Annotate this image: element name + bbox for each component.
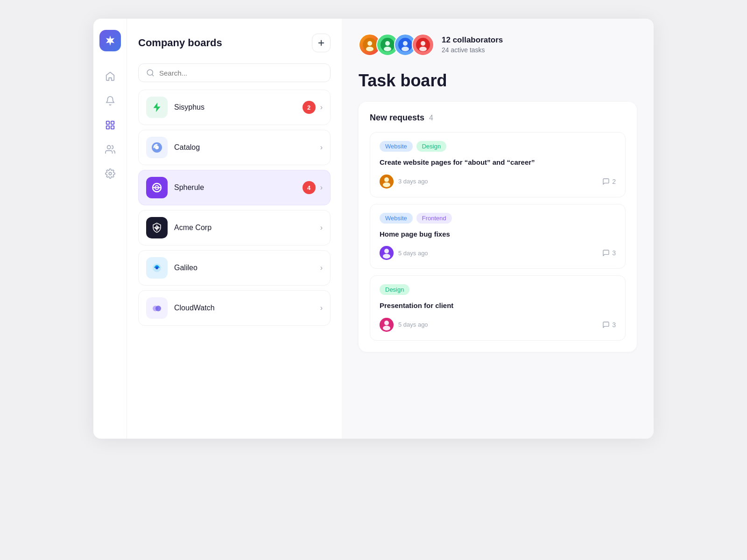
board-item-galileo[interactable]: Galileo › (138, 250, 331, 286)
app-container: Company boards (93, 19, 654, 439)
tag-website-0: Website (380, 141, 413, 152)
search-box[interactable] (138, 63, 331, 82)
svg-point-26 (384, 47, 391, 51)
collaborators-count: 12 collaborators (442, 35, 503, 46)
task-time-0: 3 days ago (398, 178, 428, 185)
board-logo-galileo (146, 257, 168, 279)
task-tags-1: Website Frontend (380, 213, 616, 224)
task-title-2: Presentation for client (380, 301, 616, 311)
active-tasks: 24 active tasks (442, 46, 503, 55)
comment-count-1: 3 (612, 249, 616, 257)
svg-point-11 (155, 146, 159, 149)
task-section-header: New requests 4 (370, 113, 626, 123)
task-time-1: 5 days ago (398, 250, 428, 257)
svg-line-9 (152, 74, 153, 76)
boards-panel: Company boards (127, 19, 342, 439)
task-comments-2: 3 (602, 321, 616, 329)
tag-design-2: Design (380, 284, 409, 295)
comment-count-2: 3 (612, 321, 616, 329)
board-logo-spherule (146, 177, 168, 198)
board-name-acme: Acme Corp (174, 224, 320, 232)
svg-rect-0 (106, 121, 109, 124)
task-footer-0: 3 days ago 2 (380, 175, 616, 189)
svg-point-38 (383, 254, 390, 259)
board-item-sisyphus[interactable]: Sisyphus 2 › (138, 90, 331, 125)
boards-title: Company boards (138, 37, 222, 49)
task-board-title: Task board (359, 71, 637, 91)
board-name-sisyphus: Sisyphus (174, 103, 303, 112)
sidebar-item-notifications[interactable] (100, 91, 120, 111)
board-list: Sisyphus 2 › Catalog › (138, 90, 331, 326)
svg-point-41 (383, 326, 390, 330)
board-name-spherule: Spherule (174, 183, 303, 192)
svg-point-31 (421, 41, 425, 46)
task-avatar-0 (380, 175, 394, 189)
svg-point-25 (385, 41, 390, 46)
board-item-catalog[interactable]: Catalog › (138, 130, 331, 165)
svg-point-37 (384, 249, 389, 253)
board-item-spherule[interactable]: Spherule 4 › (138, 170, 331, 205)
task-meta-2: 5 days ago (380, 318, 428, 332)
task-meta-1: 5 days ago (380, 246, 428, 260)
board-name-galileo: Galileo (174, 264, 320, 272)
add-board-button[interactable] (312, 34, 331, 52)
svg-point-23 (366, 47, 374, 51)
collaborators-row: 12 collaborators 24 active tasks (359, 34, 637, 56)
task-title-1: Home page bug fixes (380, 229, 616, 240)
comment-icon-0 (602, 178, 610, 185)
sidebar-item-team[interactable] (100, 139, 120, 160)
task-footer-1: 5 days ago 3 (380, 246, 616, 260)
board-item-acme[interactable]: Acme Corp › (138, 210, 331, 245)
chevron-icon-catalog: › (320, 143, 323, 152)
svg-point-22 (367, 41, 372, 46)
app-logo[interactable] (99, 30, 121, 51)
main-panel: 12 collaborators 24 active tasks Task bo… (342, 19, 654, 439)
svg-rect-2 (106, 126, 109, 129)
board-logo-catalog (146, 137, 168, 158)
sidebar-item-boards[interactable] (100, 115, 120, 135)
svg-point-28 (403, 41, 408, 46)
board-name-cloudwatch: CloudWatch (174, 304, 320, 312)
task-footer-2: 5 days ago 3 (380, 318, 616, 332)
task-card-2[interactable]: Design Presentation for client 5 days ag… (370, 275, 626, 341)
task-avatar-2 (380, 318, 394, 332)
chevron-icon-sisyphus: › (320, 103, 323, 112)
svg-point-35 (383, 182, 390, 187)
svg-rect-1 (111, 121, 113, 124)
svg-point-29 (402, 47, 409, 51)
new-requests-title: New requests (370, 113, 424, 123)
new-requests-count: 4 (429, 114, 433, 122)
task-tags-0: Website Design (380, 141, 616, 152)
icon-sidebar (93, 19, 127, 439)
svg-point-20 (155, 306, 161, 311)
board-badge-spherule: 4 (303, 181, 316, 194)
avatar-4 (412, 34, 434, 56)
task-card-0[interactable]: Website Design Create website pages for … (370, 132, 626, 197)
svg-point-32 (419, 47, 427, 51)
task-section-new-requests: New requests 4 Website Design Create web… (359, 102, 637, 352)
avatar-stack (359, 34, 434, 56)
svg-point-16 (156, 227, 157, 228)
task-avatar-1 (380, 246, 394, 260)
board-item-cloudwatch[interactable]: CloudWatch › (138, 290, 331, 326)
board-logo-acme (146, 217, 168, 238)
sidebar-item-home[interactable] (100, 66, 120, 87)
sidebar-item-settings[interactable] (100, 163, 120, 184)
task-comments-0: 2 (602, 178, 616, 185)
svg-point-18 (155, 266, 158, 269)
chevron-icon-spherule: › (320, 183, 323, 192)
svg-rect-3 (111, 126, 113, 129)
search-icon (146, 69, 155, 77)
comment-count-0: 2 (612, 178, 616, 185)
search-input[interactable] (159, 69, 323, 77)
chevron-icon-cloudwatch: › (320, 304, 323, 312)
tag-website-1: Website (380, 213, 413, 224)
svg-point-4 (107, 146, 110, 149)
svg-point-34 (384, 177, 389, 182)
comment-icon-2 (602, 321, 610, 329)
svg-point-5 (109, 172, 112, 175)
boards-header: Company boards (138, 34, 331, 52)
task-meta-0: 3 days ago (380, 175, 428, 189)
collab-info: 12 collaborators 24 active tasks (442, 35, 503, 55)
task-card-1[interactable]: Website Frontend Home page bug fixes (370, 204, 626, 269)
